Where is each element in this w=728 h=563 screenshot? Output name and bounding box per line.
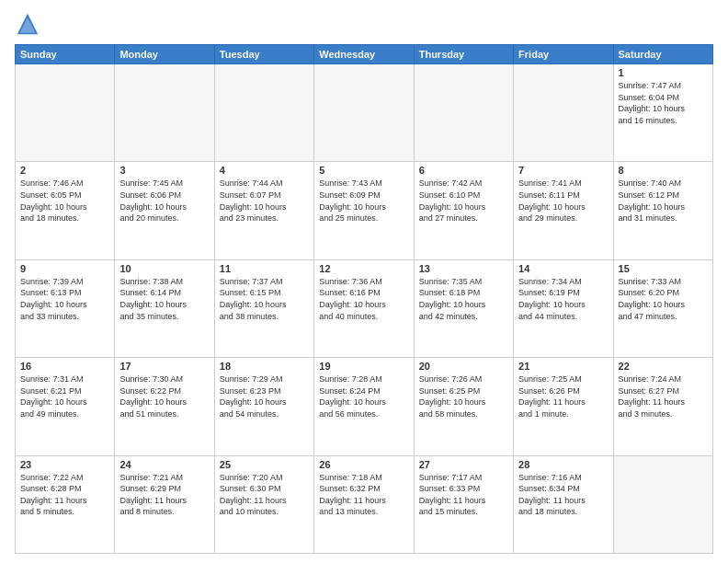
- col-header-friday: Friday: [514, 45, 613, 64]
- day-number: 5: [319, 165, 408, 176]
- col-header-sunday: Sunday: [16, 45, 115, 64]
- calendar-cell: 5Sunrise: 7:43 AM Sunset: 6:09 PM Daylig…: [314, 162, 414, 259]
- day-number: 7: [518, 165, 608, 176]
- calendar-cell: [514, 64, 613, 162]
- day-info: Sunrise: 7:44 AM Sunset: 6:07 PM Dayligh…: [220, 178, 309, 224]
- calendar-cell: 16Sunrise: 7:31 AM Sunset: 6:21 PM Dayli…: [16, 358, 115, 455]
- logo-icon: [15, 11, 40, 37]
- calendar-table: SundayMondayTuesdayWednesdayThursdayFrid…: [15, 44, 713, 554]
- day-number: 19: [319, 361, 408, 372]
- header: [15, 11, 713, 37]
- calendar-week-4: 23Sunrise: 7:22 AM Sunset: 6:28 PM Dayli…: [16, 455, 713, 553]
- day-number: 23: [20, 459, 109, 470]
- calendar-cell: 26Sunrise: 7:18 AM Sunset: 6:32 PM Dayli…: [314, 455, 414, 553]
- col-header-tuesday: Tuesday: [214, 45, 313, 64]
- day-number: 17: [119, 361, 209, 372]
- day-info: Sunrise: 7:35 AM Sunset: 6:18 PM Dayligh…: [419, 276, 508, 322]
- day-info: Sunrise: 7:38 AM Sunset: 6:14 PM Dayligh…: [119, 276, 209, 322]
- day-info: Sunrise: 7:25 AM Sunset: 6:26 PM Dayligh…: [518, 373, 608, 419]
- day-number: 10: [119, 263, 209, 274]
- col-header-wednesday: Wednesday: [314, 45, 414, 64]
- calendar-cell: 21Sunrise: 7:25 AM Sunset: 6:26 PM Dayli…: [514, 358, 613, 455]
- calendar-cell: 12Sunrise: 7:36 AM Sunset: 6:16 PM Dayli…: [314, 259, 414, 357]
- col-header-saturday: Saturday: [613, 45, 712, 64]
- day-info: Sunrise: 7:22 AM Sunset: 6:28 PM Dayligh…: [20, 472, 109, 518]
- header-row: SundayMondayTuesdayWednesdayThursdayFrid…: [16, 45, 713, 64]
- calendar-cell: 2Sunrise: 7:46 AM Sunset: 6:05 PM Daylig…: [16, 162, 115, 259]
- calendar-cell: 23Sunrise: 7:22 AM Sunset: 6:28 PM Dayli…: [16, 455, 115, 553]
- day-info: Sunrise: 7:40 AM Sunset: 6:12 PM Dayligh…: [619, 178, 708, 224]
- day-info: Sunrise: 7:29 AM Sunset: 6:23 PM Dayligh…: [220, 373, 309, 419]
- calendar-cell: 4Sunrise: 7:44 AM Sunset: 6:07 PM Daylig…: [214, 162, 313, 259]
- day-number: 2: [20, 165, 109, 176]
- calendar-cell: 17Sunrise: 7:30 AM Sunset: 6:22 PM Dayli…: [115, 358, 214, 455]
- day-number: 12: [319, 263, 408, 274]
- calendar-cell: 15Sunrise: 7:33 AM Sunset: 6:20 PM Dayli…: [613, 259, 712, 357]
- day-info: Sunrise: 7:26 AM Sunset: 6:25 PM Dayligh…: [419, 373, 508, 419]
- day-number: 1: [619, 67, 708, 78]
- calendar-cell: 11Sunrise: 7:37 AM Sunset: 6:15 PM Dayli…: [214, 259, 313, 357]
- day-info: Sunrise: 7:46 AM Sunset: 6:05 PM Dayligh…: [20, 178, 109, 224]
- day-number: 11: [220, 263, 309, 274]
- day-info: Sunrise: 7:31 AM Sunset: 6:21 PM Dayligh…: [20, 373, 109, 419]
- day-number: 18: [220, 361, 309, 372]
- day-number: 26: [319, 459, 408, 470]
- calendar-cell: 24Sunrise: 7:21 AM Sunset: 6:29 PM Dayli…: [115, 455, 214, 553]
- calendar-cell: 1Sunrise: 7:47 AM Sunset: 6:04 PM Daylig…: [613, 64, 712, 162]
- calendar-cell: 18Sunrise: 7:29 AM Sunset: 6:23 PM Dayli…: [214, 358, 313, 455]
- day-number: 28: [518, 459, 608, 470]
- col-header-monday: Monday: [115, 45, 214, 64]
- calendar-cell: 14Sunrise: 7:34 AM Sunset: 6:19 PM Dayli…: [514, 259, 613, 357]
- day-number: 20: [419, 361, 508, 372]
- day-number: 4: [220, 165, 309, 176]
- calendar-cell: 25Sunrise: 7:20 AM Sunset: 6:30 PM Dayli…: [214, 455, 313, 553]
- calendar-cell: 20Sunrise: 7:26 AM Sunset: 6:25 PM Dayli…: [414, 358, 513, 455]
- col-header-thursday: Thursday: [414, 45, 513, 64]
- day-info: Sunrise: 7:21 AM Sunset: 6:29 PM Dayligh…: [119, 472, 209, 518]
- day-info: Sunrise: 7:18 AM Sunset: 6:32 PM Dayligh…: [319, 472, 408, 518]
- page: SundayMondayTuesdayWednesdayThursdayFrid…: [0, 0, 728, 563]
- calendar-cell: 27Sunrise: 7:17 AM Sunset: 6:33 PM Dayli…: [414, 455, 513, 553]
- calendar-week-1: 2Sunrise: 7:46 AM Sunset: 6:05 PM Daylig…: [16, 162, 713, 259]
- day-number: 8: [619, 165, 708, 176]
- day-info: Sunrise: 7:33 AM Sunset: 6:20 PM Dayligh…: [619, 276, 708, 322]
- calendar-cell: 10Sunrise: 7:38 AM Sunset: 6:14 PM Dayli…: [115, 259, 214, 357]
- day-info: Sunrise: 7:17 AM Sunset: 6:33 PM Dayligh…: [419, 472, 508, 518]
- day-number: 15: [619, 263, 708, 274]
- calendar-body: 1Sunrise: 7:47 AM Sunset: 6:04 PM Daylig…: [16, 64, 713, 554]
- day-info: Sunrise: 7:24 AM Sunset: 6:27 PM Dayligh…: [619, 373, 708, 419]
- day-number: 13: [419, 263, 508, 274]
- day-info: Sunrise: 7:42 AM Sunset: 6:10 PM Dayligh…: [419, 178, 508, 224]
- day-info: Sunrise: 7:39 AM Sunset: 6:13 PM Dayligh…: [20, 276, 109, 322]
- calendar-cell: [115, 64, 214, 162]
- calendar-cell: [16, 64, 115, 162]
- calendar-cell: 13Sunrise: 7:35 AM Sunset: 6:18 PM Dayli…: [414, 259, 513, 357]
- calendar-cell: 6Sunrise: 7:42 AM Sunset: 6:10 PM Daylig…: [414, 162, 513, 259]
- calendar-cell: 28Sunrise: 7:16 AM Sunset: 6:34 PM Dayli…: [514, 455, 613, 553]
- day-number: 21: [518, 361, 608, 372]
- calendar-header: SundayMondayTuesdayWednesdayThursdayFrid…: [16, 45, 713, 64]
- calendar-cell: 3Sunrise: 7:45 AM Sunset: 6:06 PM Daylig…: [115, 162, 214, 259]
- calendar-week-0: 1Sunrise: 7:47 AM Sunset: 6:04 PM Daylig…: [16, 64, 713, 162]
- day-info: Sunrise: 7:30 AM Sunset: 6:22 PM Dayligh…: [119, 373, 209, 419]
- day-info: Sunrise: 7:41 AM Sunset: 6:11 PM Dayligh…: [518, 178, 608, 224]
- day-number: 27: [419, 459, 508, 470]
- calendar-cell: 9Sunrise: 7:39 AM Sunset: 6:13 PM Daylig…: [16, 259, 115, 357]
- day-number: 14: [518, 263, 608, 274]
- day-info: Sunrise: 7:37 AM Sunset: 6:15 PM Dayligh…: [220, 276, 309, 322]
- calendar-cell: 19Sunrise: 7:28 AM Sunset: 6:24 PM Dayli…: [314, 358, 414, 455]
- day-number: 9: [20, 263, 109, 274]
- calendar-cell: 8Sunrise: 7:40 AM Sunset: 6:12 PM Daylig…: [613, 162, 712, 259]
- calendar-cell: [414, 64, 513, 162]
- day-info: Sunrise: 7:43 AM Sunset: 6:09 PM Dayligh…: [319, 178, 408, 224]
- day-number: 6: [419, 165, 508, 176]
- logo: [15, 11, 42, 37]
- day-info: Sunrise: 7:36 AM Sunset: 6:16 PM Dayligh…: [319, 276, 408, 322]
- day-number: 24: [119, 459, 209, 470]
- day-info: Sunrise: 7:16 AM Sunset: 6:34 PM Dayligh…: [518, 472, 608, 518]
- day-info: Sunrise: 7:47 AM Sunset: 6:04 PM Dayligh…: [619, 80, 708, 126]
- day-number: 3: [119, 165, 209, 176]
- calendar-week-3: 16Sunrise: 7:31 AM Sunset: 6:21 PM Dayli…: [16, 358, 713, 455]
- day-info: Sunrise: 7:28 AM Sunset: 6:24 PM Dayligh…: [319, 373, 408, 419]
- calendar-cell: [314, 64, 414, 162]
